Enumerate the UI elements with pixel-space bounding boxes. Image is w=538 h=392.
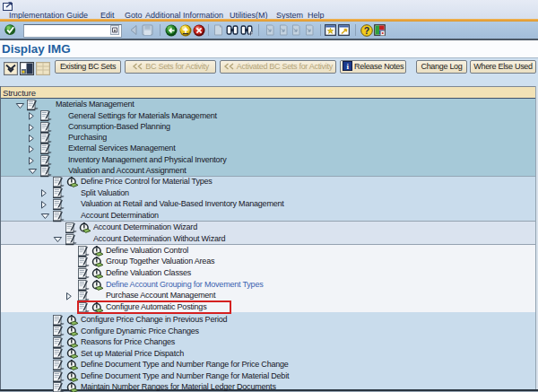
svg-text:?: ? <box>364 24 369 35</box>
